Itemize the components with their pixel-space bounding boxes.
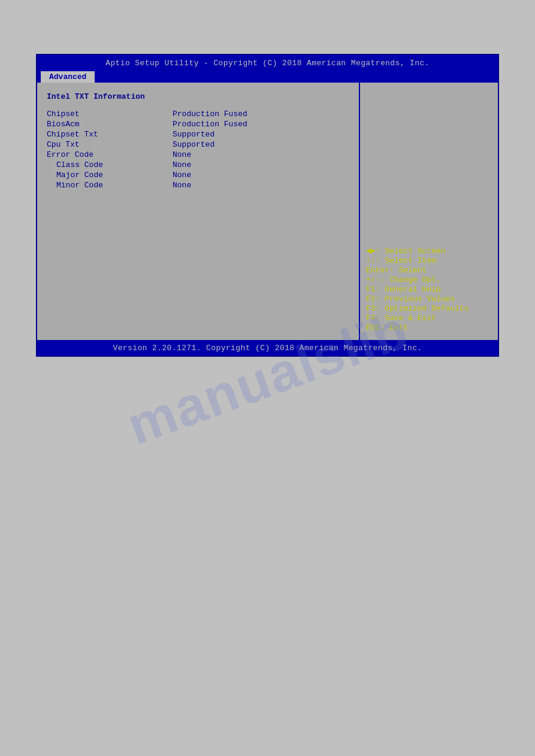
info-row: Major CodeNone xyxy=(47,171,349,180)
info-row: Class CodeNone xyxy=(47,160,349,169)
help-line: F2: Previous Values xyxy=(366,294,492,303)
bios-header: Aptio Setup Utility - Copyright (C) 2018… xyxy=(37,55,498,70)
section-title: Intel TXT Information xyxy=(47,92,349,101)
info-row: Minor CodeNone xyxy=(47,181,349,190)
info-row-label: Cpu Txt xyxy=(47,140,173,149)
bios-footer: Version 2.20.1271. Copyright (C) 2018 Am… xyxy=(37,340,498,356)
help-line: +/-: Change Opt. xyxy=(366,275,492,284)
help-line: ↑↓: Select Item xyxy=(366,256,492,265)
footer-text: Version 2.20.1271. Copyright (C) 2018 Am… xyxy=(113,344,422,353)
info-row-value: Supported xyxy=(173,140,214,149)
info-rows-container: ChipsetProduction FusedBiosAcmProduction… xyxy=(47,110,349,190)
bios-left-panel: Intel TXT Information ChipsetProduction … xyxy=(37,83,360,340)
help-line: F4: Save & Exit xyxy=(366,314,492,323)
info-row-value: None xyxy=(173,181,191,190)
info-row-label: Major Code xyxy=(47,171,173,180)
info-row: Error CodeNone xyxy=(47,150,349,159)
help-line: Enter: Select xyxy=(366,266,492,275)
tab-advanced[interactable]: Advanced xyxy=(41,71,95,83)
header-title: Aptio Setup Utility - Copyright (C) 2018… xyxy=(105,59,430,68)
help-line: F1: General Help xyxy=(366,285,492,294)
bios-container: Aptio Setup Utility - Copyright (C) 2018… xyxy=(36,54,499,357)
info-row-value: None xyxy=(173,150,191,159)
info-row: Chipset TxtSupported xyxy=(47,130,349,139)
info-row-value: Production Fused xyxy=(173,120,247,129)
info-row: ChipsetProduction Fused xyxy=(47,110,349,119)
bios-nav-bar: Advanced xyxy=(37,70,498,83)
info-row-label: Minor Code xyxy=(47,181,173,190)
info-row-value: Production Fused xyxy=(173,110,247,119)
info-row-value: Supported xyxy=(173,130,214,139)
help-line: ◄►: Select Screen xyxy=(366,247,492,256)
info-row: Cpu TxtSupported xyxy=(47,140,349,149)
info-row-label: Chipset xyxy=(47,110,173,119)
info-row-label: Class Code xyxy=(47,160,173,169)
help-line: F3: Optimized Defaults xyxy=(366,304,492,313)
info-row: BiosAcmProduction Fused xyxy=(47,120,349,129)
info-row-value: None xyxy=(173,160,191,169)
info-row-label: BiosAcm xyxy=(47,120,173,129)
info-row-label: Chipset Txt xyxy=(47,130,173,139)
help-line: ESC: Exit xyxy=(366,323,492,332)
info-row-value: None xyxy=(173,171,191,180)
bios-right-panel: ◄►: Select Screen↑↓: Select ItemEnter: S… xyxy=(360,83,498,340)
help-section: ◄►: Select Screen↑↓: Select ItemEnter: S… xyxy=(366,247,492,333)
bios-content-area: Intel TXT Information ChipsetProduction … xyxy=(37,83,498,340)
info-row-label: Error Code xyxy=(47,150,173,159)
help-lines-container: ◄►: Select Screen↑↓: Select ItemEnter: S… xyxy=(366,247,492,332)
